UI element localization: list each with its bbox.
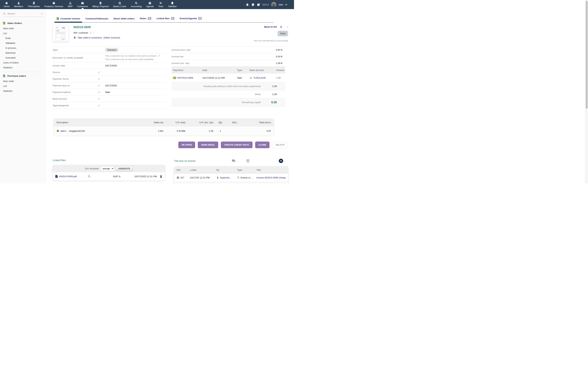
sidebar-item-in-process[interactable]: In process — [3, 45, 43, 50]
tab-notes[interactable]: Notes 1 — [137, 17, 154, 22]
magnifier-plus-icon[interactable] — [88, 175, 91, 178]
already-paid-label: Already paid (without credit notes and d… — [203, 85, 261, 88]
chevron-down-icon[interactable] — [285, 3, 287, 5]
remaining-unpaid-value: 0.00 — [261, 101, 285, 104]
user-name[interactable]: taler — [279, 3, 283, 6]
sidebar-item-statistics[interactable]: Statistics — [3, 65, 43, 70]
doc-template-select[interactable]: sponge — [101, 166, 114, 171]
discount-line-2: This customer has no discount credit ava… — [105, 58, 154, 61]
ref-customer-label: Ref. customer — [73, 32, 88, 34]
event-ref-link[interactable]: 207 — [180, 176, 184, 179]
col-type[interactable]: Type — [237, 169, 256, 171]
nav-item-home[interactable]: Home — [1, 0, 12, 9]
chevron-down-icon[interactable] — [41, 12, 43, 14]
edit-pencil-icon[interactable] — [98, 104, 100, 107]
invoice-ref: IN2510-0009 — [73, 25, 120, 29]
customer-invoice-icon: $ — [57, 17, 59, 20]
sidebar-item-validated[interactable]: Validated — [3, 41, 43, 45]
edit-pencil-icon[interactable] — [98, 78, 100, 80]
banner-right-block: Back to list Paid Not yet transferred to… — [254, 25, 288, 42]
col-by[interactable]: By — [216, 169, 237, 171]
edit-pencil-icon[interactable] — [98, 71, 100, 74]
sidebar-item-lines-of-orders[interactable]: Lines of orders — [3, 60, 43, 65]
sidebar-item-po-statistics[interactable]: Statistics — [3, 88, 43, 93]
payment-amount-link[interactable]: 1.00 — [276, 76, 289, 79]
clone-button[interactable]: CLONE — [255, 142, 270, 148]
generate-button[interactable]: GENERATE — [116, 166, 133, 171]
trash-icon[interactable] — [160, 175, 162, 178]
nav-item-mrp[interactable]: MRP — [65, 0, 75, 9]
gear-icon — [237, 176, 239, 179]
reopen-button[interactable]: RE-OPEN — [178, 142, 195, 148]
nav-item-banks-cash[interactable]: Banks | Cash — [111, 0, 129, 9]
avatar[interactable] — [271, 2, 277, 7]
sales-order-doc-icon — [3, 22, 5, 25]
sidebar-item-list[interactable]: List — [3, 31, 43, 36]
sidebar-item-canceled[interactable]: Canceled — [3, 55, 43, 60]
sidebar-section-purchase-orders[interactable]: Purchase orders — [3, 75, 43, 77]
nav-item-agenda[interactable]: Agenda — [144, 0, 156, 9]
col-bank-account: Bank account — [250, 69, 276, 71]
invoice-type-value: Standard — [105, 48, 119, 52]
help-circle-icon[interactable]: ? — [257, 3, 260, 6]
sidebar-item-new-order[interactable]: New order — [3, 26, 43, 31]
nav-item-tools[interactable]: Tools — [156, 0, 165, 9]
col-title[interactable]: Title — [256, 169, 285, 171]
create-credit-note-button[interactable]: CREATE CREDIT NOTE — [221, 142, 252, 148]
back-to-list-link[interactable]: Back to list — [264, 25, 277, 28]
detail-label: Source — [52, 71, 98, 74]
sidebar-item-draft[interactable]: Draft — [3, 36, 43, 41]
chevron-left-icon[interactable] — [280, 25, 283, 28]
sidebar-item-delivered[interactable]: Delivered — [3, 50, 43, 55]
customer-other-invoices-link[interactable]: (Other invoices) — [104, 36, 120, 39]
customer-link[interactable]: Taler walk-in customers — [77, 36, 102, 39]
nav-item-commerce[interactable]: Commerce — [75, 0, 90, 9]
edit-pencil-icon[interactable] — [98, 84, 100, 87]
edit-pencil-icon[interactable] — [89, 32, 92, 34]
sidebar-item-po-new-order[interactable]: New order — [3, 79, 43, 83]
tab-customer-invoice[interactable]: $ Customer invoice — [54, 17, 83, 22]
sidebar-section-title: Purchase orders — [7, 75, 26, 77]
tab-linked-files[interactable]: Linked files 1 — [154, 17, 177, 22]
edit-pencil-icon[interactable] — [98, 91, 100, 93]
nav-item-members[interactable]: Members — [12, 0, 25, 9]
tab-direct-debit-orders[interactable]: Direct debit orders — [111, 17, 137, 22]
chat-icon[interactable] — [232, 159, 235, 163]
sidebar-section-sales-orders[interactable]: Sales Orders — [3, 22, 43, 25]
event-user-link[interactable]: SuperAd… — [220, 176, 232, 179]
events-toolbar — [232, 159, 288, 163]
nav-item-accounting[interactable]: $ Accounting — [129, 0, 144, 9]
tab-events-agenda[interactable]: Events/Agenda 2 — [177, 17, 204, 22]
sidebar-item-po-list[interactable]: List — [3, 83, 43, 88]
nav-item-talerbarr[interactable]: TalerBarr — [165, 0, 179, 9]
bank-account-link[interactable]: TLRCLEAR — [253, 76, 266, 79]
nav-label: Products | Services — [44, 5, 63, 8]
invoice-banner: IN2510-0009 Ref. customer : Taler walk-i… — [52, 25, 288, 42]
nav-item-third-parties[interactable]: Third parties — [25, 0, 42, 9]
edit-pencil-icon[interactable] — [158, 54, 160, 57]
printer-icon[interactable] — [251, 3, 255, 6]
product-link[interactable]: taler1 — [60, 130, 66, 132]
linked-file-link[interactable]: IN2510-0009.pdf — [59, 175, 77, 178]
col-date[interactable]: Date — [191, 169, 197, 171]
list-bars-icon[interactable] — [246, 159, 249, 162]
event-title-link[interactable]: Invoice IN2510-0009 change — [256, 176, 285, 179]
nav-item-products-services[interactable]: Products | Services — [42, 0, 65, 9]
delete-button[interactable]: DELETE — [272, 142, 288, 148]
invoice-pdf-thumbnail[interactable] — [52, 25, 69, 42]
send-email-button[interactable]: SEND EMAIL — [198, 142, 218, 148]
nav-item-billing-payment[interactable]: $ Billing | Payment — [90, 0, 111, 9]
bug-icon[interactable] — [246, 3, 249, 6]
event-row: 207 10/17/25 12:11 PM SuperAd… Events in… — [174, 174, 288, 182]
billed-row: Billed 1.00 — [172, 90, 285, 98]
tab-contacts-addresses[interactable]: Contacts/Addresses — [83, 17, 111, 22]
event-row-partial — [174, 182, 288, 184]
col-disc: Disc. — [227, 121, 242, 124]
search-input[interactable] — [7, 12, 40, 15]
col-ref[interactable]: Ref. — [177, 169, 190, 171]
payment-ref-link[interactable]: PAY2510-0008 — [177, 76, 193, 79]
add-event-button[interactable] — [279, 159, 283, 163]
item-sales-tax: 2.6% — [143, 130, 164, 132]
line-item-row[interactable]: taler1 - megaprod1234 2.6% 0.97466 1.00 … — [54, 126, 274, 136]
edit-pencil-icon[interactable] — [98, 98, 100, 100]
